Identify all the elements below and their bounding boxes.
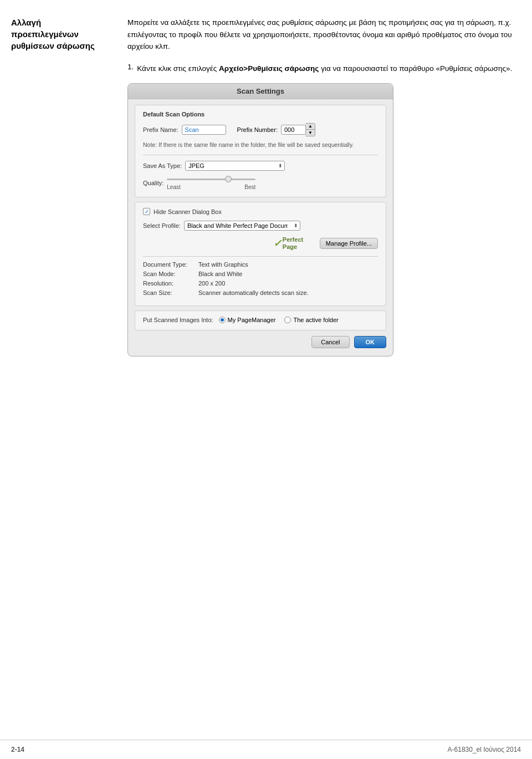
- resolution-row: Resolution: 200 x 200: [143, 280, 378, 287]
- perfect-page-line1: Perfect: [283, 236, 303, 243]
- save-as-type-select[interactable]: JPEG: [185, 161, 285, 171]
- resolution-value: 200 x 200: [198, 280, 225, 287]
- profile-section: ✓ Hide Scanner Dialog Box Select Profile…: [135, 202, 386, 306]
- put-scanned-row: Put Scanned Images Into: My PageManager …: [143, 317, 378, 323]
- quality-least-label: Least: [167, 184, 180, 190]
- quality-row: Quality: Least Best: [143, 175, 378, 190]
- quality-slider-thumb[interactable]: [225, 176, 232, 182]
- radio-active-folder-label: The active folder: [293, 317, 338, 323]
- scan-size-label: Scan Size:: [143, 289, 198, 296]
- perfect-page-text: Perfect Page: [283, 236, 303, 251]
- radio-my-pagemanager-label: My PageManager: [228, 317, 276, 323]
- put-scanned-section: Put Scanned Images Into: My PageManager …: [135, 310, 386, 330]
- prefix-number-stepper: ▲ ▼: [306, 123, 315, 136]
- step-number: 1.: [127, 63, 134, 75]
- radio-my-pagemanager[interactable]: My PageManager: [219, 317, 276, 323]
- step-text: Κάντε κλικ στις επιλογές Αρχείο>Ρυθμίσει…: [137, 63, 512, 75]
- quality-slider-bar: [167, 179, 255, 180]
- hide-scanner-row: ✓ Hide Scanner Dialog Box: [143, 208, 378, 215]
- resolution-label: Resolution:: [143, 280, 198, 287]
- prefix-number-label: Prefix Number:: [237, 126, 278, 133]
- put-scanned-label: Put Scanned Images Into:: [143, 317, 213, 323]
- dialog-footer: Cancel OK: [128, 330, 393, 348]
- dialog-title: Scan Settings: [128, 84, 393, 99]
- save-as-type-label: Save As Type:: [143, 162, 182, 169]
- ok-button[interactable]: OK: [354, 336, 387, 348]
- save-as-row: Save As Type: JPEG: [143, 161, 378, 171]
- stepper-down-btn[interactable]: ▼: [306, 130, 315, 136]
- step-1: 1. Κάντε κλικ στις επιλογές Αρχείο>Ρυθμί…: [127, 63, 521, 75]
- intro-text: Μπορείτε να αλλάξετε τις προεπιλεγμένες …: [127, 17, 521, 53]
- perfect-page-logo: ✓ Perfect Page: [273, 236, 303, 251]
- perfect-page-checkmark: ✓: [273, 237, 282, 249]
- prefix-name-row: Prefix Name: Prefix Number: ▲ ▼: [143, 123, 378, 136]
- quality-slider-labels: Least Best: [167, 184, 255, 190]
- perfect-page-line2: Page: [283, 243, 303, 251]
- quality-best-label: Best: [244, 184, 255, 190]
- perfect-page-area: ✓ Perfect Page Manage Profile...: [143, 236, 378, 251]
- dialog-wrapper: Scan Settings Default Scan Options Prefi…: [127, 83, 521, 356]
- divider-1: [143, 155, 378, 155]
- document-type-row: Document Type: Text with Graphics: [143, 261, 378, 268]
- radio-my-pagemanager-circle[interactable]: [219, 317, 226, 323]
- profile-select[interactable]: Black and White Perfect Page Document: [184, 221, 300, 231]
- step-text2: για να παρουσιαστεί το παράθυρο «Ρυθμίσε…: [319, 64, 512, 73]
- radio-active-folder-circle[interactable]: [284, 317, 291, 323]
- document-type-label: Document Type:: [143, 261, 198, 268]
- cancel-button[interactable]: Cancel: [311, 336, 349, 348]
- radio-active-folder[interactable]: The active folder: [284, 317, 338, 323]
- footer-page-number: 2-14: [11, 746, 24, 753]
- default-scan-options-section: Default Scan Options Prefix Name: Prefix…: [135, 105, 386, 197]
- manage-profile-button[interactable]: Manage Profile...: [320, 238, 378, 249]
- stepper-up-btn[interactable]: ▲: [306, 124, 315, 130]
- select-profile-label: Select Profile:: [143, 222, 181, 229]
- profile-select-wrap: Black and White Perfect Page Document: [184, 221, 300, 231]
- section1-title: Default Scan Options: [143, 111, 378, 118]
- section-title: Αλλαγή προεπιλεγμένων ρυθμίσεων σάρωσης: [11, 17, 111, 52]
- document-type-value: Text with Graphics: [198, 261, 248, 268]
- quality-slider-track: [167, 175, 378, 183]
- page-footer: 2-14 A-61830_el Ιούνιος 2014: [0, 740, 532, 759]
- hide-scanner-label: Hide Scanner Dialog Box: [154, 208, 222, 215]
- save-as-type-select-wrap: JPEG: [185, 161, 285, 171]
- prefix-number-wrap: ▲ ▼: [281, 123, 315, 136]
- prefix-number-input[interactable]: [281, 125, 306, 135]
- scan-mode-label: Scan Mode:: [143, 271, 198, 277]
- quality-slider-container: Least Best: [167, 175, 378, 190]
- prefix-note: Note: If there is the same file name in …: [143, 141, 378, 149]
- scan-size-row: Scan Size: Scanner automatically detects…: [143, 289, 378, 296]
- step-bold: Αρχείο>Ρυθμίσεις σάρωσης: [219, 64, 319, 73]
- prefix-name-input[interactable]: [182, 125, 226, 135]
- scan-size-value: Scanner automatically detects scan size.: [198, 289, 309, 296]
- hide-scanner-checkbox[interactable]: ✓: [143, 208, 150, 215]
- footer-doc-reference: A-61830_el Ιούνιος 2014: [448, 746, 521, 753]
- scan-settings-dialog: Scan Settings Default Scan Options Prefi…: [127, 83, 393, 356]
- scan-mode-value: Black and White: [198, 271, 242, 277]
- quality-label: Quality:: [143, 180, 163, 186]
- prefix-name-label: Prefix Name:: [143, 126, 178, 133]
- select-profile-row: Select Profile: Black and White Perfect …: [143, 221, 378, 231]
- info-divider: [143, 256, 378, 257]
- scan-mode-row: Scan Mode: Black and White: [143, 271, 378, 277]
